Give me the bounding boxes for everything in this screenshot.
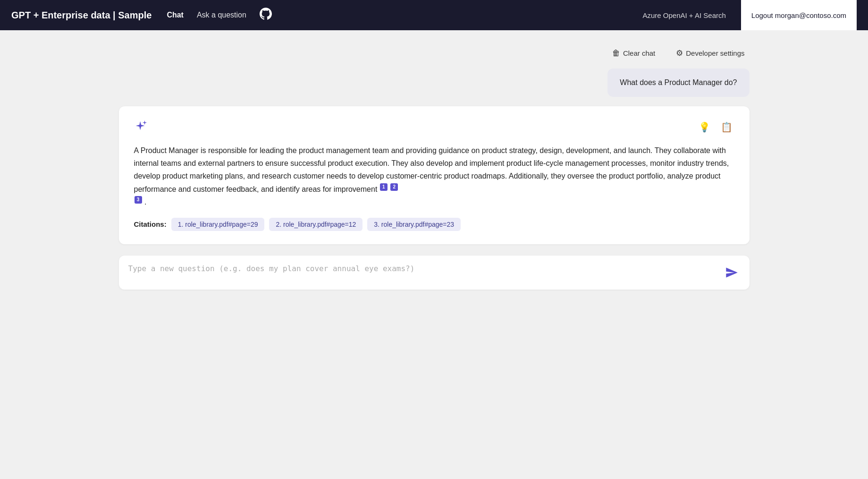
- ai-sparkle-icon: [134, 120, 148, 134]
- nav-links: Chat Ask a question: [167, 8, 627, 23]
- citation-chip-2[interactable]: 2. role_library.pdf#page=12: [269, 218, 362, 231]
- citations-label: Citations:: [134, 220, 167, 228]
- developer-settings-label: Developer settings: [686, 49, 744, 57]
- ai-response-header: 💡 📋: [134, 120, 734, 135]
- developer-settings-button[interactable]: ⚙ Developer settings: [671, 45, 749, 61]
- logout-button[interactable]: Logout morgan@contoso.com: [741, 0, 857, 30]
- gear-icon: ⚙: [676, 48, 683, 58]
- send-button[interactable]: [723, 264, 740, 281]
- app-brand: GPT + Enterprise data | Sample: [11, 10, 152, 21]
- clipboard-icon: 📋: [721, 122, 733, 132]
- citations-row: Citations: 1. role_library.pdf#page=29 2…: [134, 218, 734, 231]
- service-label: Azure OpenAI + AI Search: [642, 11, 725, 19]
- ai-action-buttons: 💡 📋: [697, 120, 734, 135]
- citation-chip-3[interactable]: 3. role_library.pdf#page=23: [367, 218, 461, 231]
- toolbar: 🗑 Clear chat ⚙ Developer settings: [119, 38, 750, 68]
- clipboard-button[interactable]: 📋: [719, 120, 734, 135]
- lightbulb-button[interactable]: 💡: [697, 120, 712, 135]
- ai-response-text: A Product Manager is responsible for lea…: [134, 146, 729, 193]
- citation-chip-1[interactable]: 1. role_library.pdf#page=29: [171, 218, 265, 231]
- chat-area: What does a Product Manager do? 💡: [119, 68, 750, 290]
- ai-response-body: A Product Manager is responsible for lea…: [134, 144, 734, 208]
- clear-chat-label: Clear chat: [623, 49, 655, 57]
- user-message-wrapper: What does a Product Manager do?: [119, 68, 750, 97]
- ai-response-card: 💡 📋 A Product Manager is responsible for…: [119, 106, 750, 244]
- lightbulb-icon: 💡: [699, 122, 710, 132]
- main-content: 🗑 Clear chat ⚙ Developer settings What d…: [104, 30, 765, 305]
- github-icon[interactable]: [260, 8, 272, 23]
- nav-chat-link[interactable]: Chat: [167, 11, 184, 19]
- chat-input[interactable]: [128, 263, 717, 282]
- citation-ref-3[interactable]: 3: [135, 196, 142, 204]
- citation-ref-1[interactable]: 1: [380, 183, 388, 191]
- citation-ref-2[interactable]: 2: [390, 183, 398, 191]
- navbar: GPT + Enterprise data | Sample Chat Ask …: [0, 0, 868, 30]
- nav-ask-link[interactable]: Ask a question: [197, 11, 246, 19]
- chat-input-area: [119, 256, 750, 290]
- clear-chat-button[interactable]: 🗑 Clear chat: [607, 46, 660, 61]
- trash-icon: 🗑: [612, 49, 620, 58]
- send-icon: [725, 266, 738, 279]
- user-message: What does a Product Manager do?: [607, 68, 749, 97]
